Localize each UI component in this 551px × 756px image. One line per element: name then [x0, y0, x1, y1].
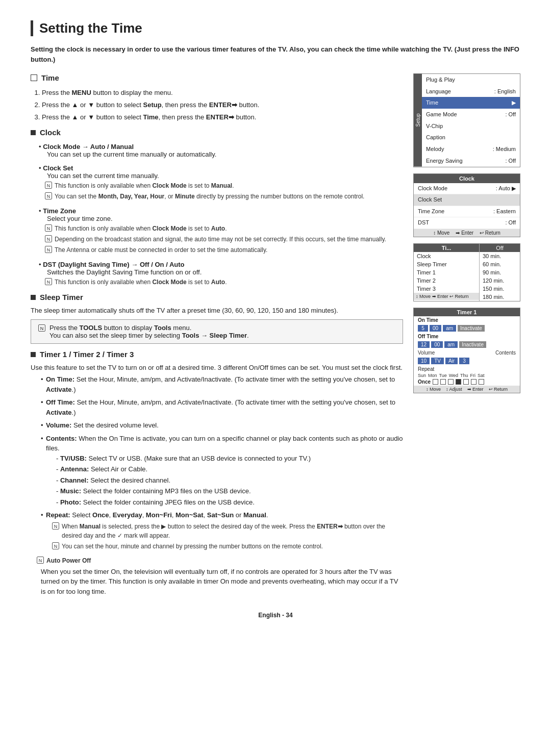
- note-icon-3: N: [45, 224, 52, 232]
- auto-power-off-desc: When you set the timer On, the televisio…: [41, 567, 403, 597]
- antenna-val[interactable]: Air: [445, 358, 458, 364]
- setup-row-plugplay[interactable]: Plug & Play: [422, 74, 520, 86]
- clock-mode-desc: You can set up the current time manually…: [47, 150, 403, 158]
- clock-mode-title: • Clock Mode → Auto / Manual: [39, 143, 403, 150]
- day-check-wed[interactable]: [456, 379, 461, 385]
- timer1-panel: Timer 1 On Time 5 00 am Inactivate Off T…: [413, 308, 520, 393]
- st-row-timer3[interactable]: Timer 3: [414, 285, 479, 293]
- clock-header: Clock: [40, 128, 61, 137]
- on-time-status[interactable]: Inactivate: [458, 325, 485, 332]
- dst-note-1: This function is only available when Clo…: [55, 278, 227, 287]
- day-check-thu[interactable]: [463, 379, 469, 385]
- off-time-hour[interactable]: 12: [418, 341, 430, 348]
- time-zone-title: • Time Zone: [39, 207, 403, 215]
- on-time-ampm[interactable]: am: [443, 325, 456, 332]
- day-check-mon[interactable]: [440, 379, 446, 385]
- day-check-sat[interactable]: [479, 379, 484, 385]
- sleep-timer-icon: [31, 295, 36, 300]
- clock-set-note-1: This function is only available when Clo…: [55, 181, 234, 190]
- volume-item: Volume: Set the desired volume level.: [41, 420, 403, 431]
- clock-row-mode[interactable]: Clock Mode : Auto ▶: [414, 183, 520, 195]
- time-steps-list: Press the MENU button to display the men…: [42, 87, 403, 123]
- time-section: Time: [31, 73, 403, 82]
- volume-val[interactable]: 10: [418, 358, 430, 364]
- page-footer: English - 34: [31, 612, 520, 619]
- off-time-status[interactable]: Inactivate: [459, 341, 486, 348]
- setup-row-gamemode[interactable]: Game Mode: Off: [422, 109, 520, 120]
- timer1-off-time-label: Off Time: [414, 333, 520, 340]
- timer-section-icon: [31, 352, 36, 357]
- sleep-120[interactable]: 120 min.: [480, 276, 520, 285]
- clock-row-timezone[interactable]: Time Zone : Eastern: [414, 206, 520, 218]
- clock-row-dst[interactable]: DST : Off: [414, 217, 520, 229]
- contents-item: Contents: When the On Time is activate, …: [41, 434, 403, 508]
- step-3: Press the ▲ or ▼ button to select Time, …: [42, 112, 403, 123]
- setup-row-melody[interactable]: Melody: Medium: [422, 143, 520, 155]
- sleep-180[interactable]: 180 min.: [480, 293, 520, 301]
- note-icon-6: N: [45, 278, 52, 285]
- repeat-note-2: You can set the hour, minute and channel…: [62, 542, 323, 551]
- setup-panel: Setup Plug & Play Language: English Time…: [413, 73, 520, 167]
- on-time-row[interactable]: 5 00 am Inactivate: [414, 324, 520, 333]
- sleep-30[interactable]: 30 min.: [480, 252, 520, 260]
- timer1-title: Timer 1: [414, 308, 520, 316]
- channel-val[interactable]: 3: [459, 358, 469, 364]
- time-zone-note-1: This function is only available when Clo…: [55, 224, 227, 233]
- clock-panel-footer: ↕ Move ➡ Enter ↩ Return: [414, 229, 520, 237]
- setup-row-time[interactable]: Time▶: [422, 97, 520, 109]
- dst-title: • DST (Daylight Saving Time) → Off / On …: [39, 261, 403, 268]
- off-time-row[interactable]: 12 00 am Inactivate: [414, 340, 520, 349]
- clock-set-title: • Clock Set: [39, 164, 403, 172]
- st-row-clock[interactable]: Clock: [414, 252, 479, 260]
- setup-row-energy[interactable]: Energy Saving: Off: [422, 155, 520, 167]
- on-time-hour[interactable]: 5: [418, 325, 428, 332]
- setup-sidebar-label: Setup: [414, 74, 422, 167]
- repeat-row: Repeat Sun Mon Tue Wed Thu Fri Sat Once: [414, 365, 520, 386]
- sleep-150[interactable]: 150 min.: [480, 285, 520, 293]
- st-row-sleeptimer[interactable]: Sleep Timer: [414, 260, 479, 268]
- clock-section-icon: [31, 130, 36, 135]
- note-icon-8: N: [52, 542, 59, 549]
- day-check-fri[interactable]: [471, 379, 477, 385]
- checkbox-icon: [31, 74, 37, 81]
- sleep-60[interactable]: 60 min.: [480, 260, 520, 268]
- off-time-min[interactable]: 00: [431, 341, 443, 348]
- intro-text: Setting the clock is necessary in order …: [31, 44, 520, 64]
- dst-desc: Switches the Daylight Saving Time functi…: [47, 268, 403, 276]
- st-row-timer1[interactable]: Timer 1: [414, 268, 479, 276]
- sleep-90[interactable]: 90 min.: [480, 268, 520, 276]
- repeat-days-labels: Sun Mon Tue Wed Thu Fri Sat: [418, 373, 485, 378]
- timer-section: Timer 1 / Timer 2 / Timer 3 Use this fea…: [31, 350, 403, 596]
- repeat-label: Repeat: [418, 366, 434, 372]
- timer-list: On Time: Set the Hour, Minute, am/pm, an…: [41, 374, 403, 551]
- step-2: Press the ▲ or ▼ button to select Setup,…: [42, 99, 403, 111]
- day-check-tue[interactable]: [448, 379, 454, 385]
- off-time-ampm[interactable]: am: [444, 341, 458, 348]
- volume-label: Volume: [418, 350, 435, 356]
- note-icon-7: N: [52, 522, 59, 530]
- sleep-timer-panel: Ti... Clock Sleep Timer Timer 1 Timer 2 …: [413, 243, 520, 301]
- setup-row-caption[interactable]: Caption: [422, 132, 520, 143]
- sleep-timer-section: Sleep Timer The sleep timer automaticall…: [31, 293, 403, 344]
- setup-row-language[interactable]: Language: English: [422, 86, 520, 97]
- note-icon-9: N: [37, 557, 44, 564]
- volume-contents-val-row[interactable]: 10 TV Air 3: [414, 357, 520, 365]
- tv-val[interactable]: TV: [431, 358, 444, 364]
- time-zone-note-3: The Antenna or cable must be connected i…: [55, 245, 267, 255]
- contents-label: Contents: [495, 350, 516, 356]
- timer-desc: Use this feature to set the TV to turn o…: [31, 364, 403, 371]
- clock-panel: Clock Clock Mode : Auto ▶ Clock Set Time…: [413, 173, 520, 237]
- st-footer: ↕ Move ➡ Enter ↩ Return: [414, 293, 479, 300]
- tools-desc-text: You can also set the sleep timer by sele…: [49, 332, 249, 339]
- time-zone-desc: Select your time zone.: [47, 215, 403, 222]
- day-check-sun[interactable]: [433, 379, 438, 385]
- note-icon-2: N: [45, 192, 52, 199]
- once-selected[interactable]: Once: [418, 379, 431, 385]
- on-time-min[interactable]: 00: [430, 325, 441, 332]
- clock-row-set[interactable]: Clock Set: [414, 194, 520, 206]
- st-row-timer2[interactable]: Timer 2: [414, 276, 479, 285]
- note-icon-4: N: [45, 235, 52, 242]
- note-icon-5: N: [45, 246, 52, 253]
- setup-row-vchip[interactable]: V-Chip: [422, 120, 520, 132]
- tools-note-text: Press the TOOLS button to display Tools …: [49, 324, 249, 332]
